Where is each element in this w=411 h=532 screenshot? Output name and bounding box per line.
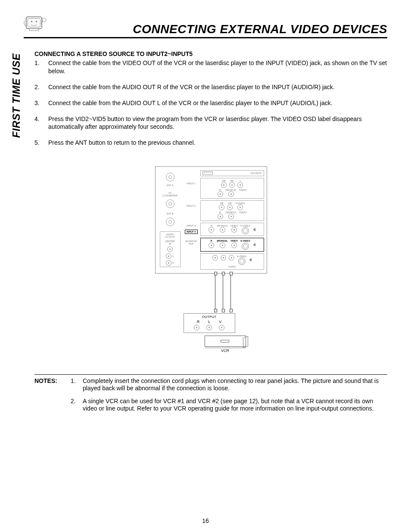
pr-jack [229, 182, 235, 188]
tv-rear-panel: ANT A TO CONVERTER ANT B AUDIO TO HI-FI … [155, 166, 267, 273]
audio-label: AUDIO [239, 211, 246, 214]
vcr-body-icon [205, 336, 246, 347]
svg-point-2 [31, 21, 33, 22]
note-item: 1.Completely insert the connection cord … [71, 377, 387, 392]
input3-label: INPUT 3 [185, 224, 198, 227]
video-label: VIDEO [230, 240, 238, 242]
note-text: A single VCR can be used for VCR #1 and … [83, 398, 387, 413]
step-item: 3.Connect the cable from the AUDIO OUT L… [34, 99, 387, 107]
step-text: Connect the cable from the VIDEO OUT of … [48, 59, 387, 75]
out-v-label: V [219, 320, 221, 324]
step-number: 1. [34, 59, 48, 75]
svideo-jack [238, 258, 246, 265]
note-item: 2.A single VCR can be used for VCR #1 an… [71, 398, 387, 413]
monitor-out-label: MONITOR OUT [185, 240, 198, 245]
step-text: Press the ANT button to return to the pr… [48, 139, 195, 147]
step-number: 2. [34, 83, 48, 91]
tv-mascot-icon [24, 13, 47, 34]
arrow-icon [253, 243, 255, 246]
input4-group: R (MONO)/L VIDEO S-VIDEO [200, 238, 264, 251]
center-in-label: CENTER IN [165, 240, 175, 245]
audio-hifi-label: AUDIO TO HI-FI [165, 233, 174, 238]
video-jack [231, 227, 237, 233]
note-number: 2. [71, 398, 83, 413]
ant-b-jack [166, 218, 174, 226]
r-label: R [211, 240, 212, 242]
out-l-label: L [208, 320, 210, 324]
l-jack [220, 243, 225, 248]
svideo-label: S-VIDEO [240, 240, 250, 242]
step-text: Connect the cable from the AUDIO OUT R o… [48, 83, 335, 91]
page-number: 16 [0, 517, 411, 524]
cable-v [230, 273, 232, 311]
input4-label: INPUT 4 [185, 230, 198, 234]
ant-b-label: ANT B [166, 212, 173, 215]
mon-r-jack [212, 255, 218, 261]
input3-group: R (MONO)/L VIDEO S-VIDEO [200, 223, 264, 236]
output-label: OUTPUT [202, 315, 216, 319]
step-number: 3. [34, 99, 48, 107]
svideo-label: S-VIDEO [237, 255, 247, 258]
center-in-jack [167, 246, 173, 252]
svg-point-5 [42, 18, 46, 22]
audio-label: AUDIO [239, 189, 246, 191]
mon-v-jack [229, 255, 234, 261]
arrow-icon [253, 228, 255, 231]
step-item: 1.Connect the cable from the VIDEO OUT o… [34, 59, 387, 75]
vcr-out-l-jack [206, 325, 212, 330]
r-label: R [172, 261, 174, 264]
cable-r [215, 273, 216, 311]
audio-label: AUDIO [202, 265, 262, 268]
pr-jack [227, 205, 233, 210]
r-jack [209, 243, 214, 248]
step-item: 2.Connect the cable from the AUDIO OUT R… [34, 83, 387, 91]
svideo-jack [242, 243, 249, 250]
page-title: CONNECTING EXTERNAL VIDEO DEVICES [133, 23, 387, 36]
converter-jack [166, 199, 174, 208]
cable-area [179, 273, 267, 311]
pb-jack [221, 182, 227, 188]
svg-point-3 [36, 21, 37, 22]
vcr-out-v-jack [219, 325, 224, 330]
audio-r-jack [218, 191, 223, 197]
input2-label: INPUT 2 [185, 205, 198, 207]
section-heading: CONNECTING A STEREO SOURCE TO INPUT2~INP… [34, 50, 387, 57]
video-jack [231, 243, 237, 248]
svideo-jack [242, 227, 249, 234]
main-content: CONNECTING A STEREO SOURCE TO INPUT2~INP… [34, 50, 387, 418]
monol-label: (MONO)/L [217, 240, 228, 242]
notes-section: NOTES: 1.Completely insert the connectio… [34, 374, 387, 418]
step-text: Connect the cable from the AUDIO OUT L o… [48, 99, 333, 107]
r-jack [209, 227, 214, 233]
step-item: 5.Press the ANT button to return to the … [34, 139, 387, 147]
hifi-r-jack [166, 260, 171, 266]
ant-a-label: ANT A [167, 184, 174, 187]
step-number: 4. [34, 115, 48, 131]
yvideo-jack [237, 205, 243, 210]
page-header: CONNECTING EXTERNAL VIDEO DEVICES [24, 13, 387, 38]
arrow-icon [249, 258, 252, 261]
audio-l-jack [228, 191, 234, 197]
input1-group: PB PR Y R (MONO)/L AUDIO [200, 178, 264, 199]
audio-l-jack [228, 214, 234, 219]
out-r-label: R [197, 320, 200, 324]
steps-list: 1.Connect the cable from the VIDEO OUT o… [34, 59, 387, 147]
side-section-label: FIRST TIME USE [10, 53, 22, 138]
hifi-l-jack [166, 253, 171, 259]
step-number: 5. [34, 139, 48, 147]
dvi-connector-icon [202, 171, 213, 175]
l-label: L [172, 255, 174, 257]
note-number: 1. [71, 377, 83, 392]
y-jack [237, 182, 243, 188]
connection-diagram: ANT A TO CONVERTER ANT B AUDIO TO HI-FI … [34, 166, 387, 352]
dvi-group: DVI-HDTV [200, 170, 264, 176]
to-converter-label: TO CONVERTER [162, 192, 177, 197]
svg-rect-1 [28, 19, 40, 27]
vcr-output-box: OUTPUT R L V [184, 313, 235, 333]
l-jack [220, 227, 225, 233]
vcr-label: VCR [205, 348, 246, 353]
input2-group: PB PR Y/VIDEO R (MONO)/L AUDIO [200, 200, 264, 221]
ant-a-jack [166, 173, 174, 181]
mon-l-jack [221, 255, 226, 261]
dvi-label: DVI-HDTV [251, 172, 262, 174]
